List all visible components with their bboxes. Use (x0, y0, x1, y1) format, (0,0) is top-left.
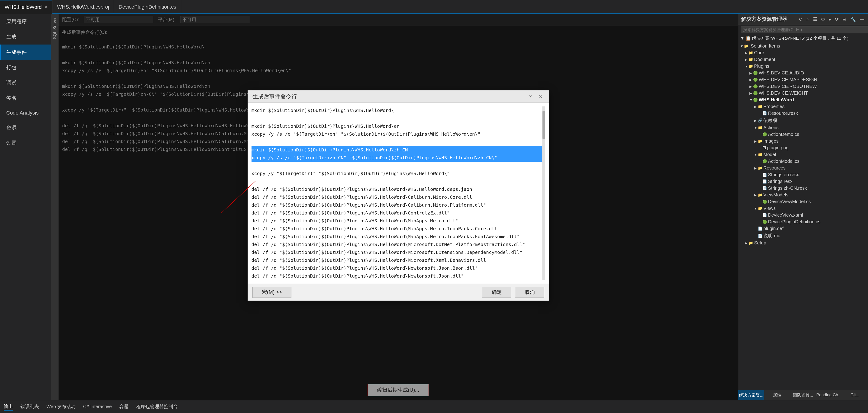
tree-item[interactable]: ▶📁Core (738, 50, 868, 56)
tree-item[interactable]: ▶📁Properties (738, 103, 868, 110)
tree-item[interactable]: 🟢DeviceViewModel.cs (738, 198, 868, 205)
solution-label: 解决方案"WHS-RAY-NET5"(12 个项目，共 12 个) (752, 35, 848, 41)
modal-footer: 宏(M) >> 确定 取消 (248, 284, 549, 300)
tree-item[interactable]: 📄Strings.en.resx (738, 171, 868, 178)
modal-line: del /f /q "$(SolutionDir)$(OutDir)Plugin… (251, 209, 542, 217)
tree-item[interactable]: ▶🟢WHS.DEVICE.ROBOTNEW (738, 83, 868, 90)
solution-search-input[interactable] (741, 26, 868, 33)
modal-text-area[interactable]: mkdir $(SolutionDir)$(OutDir)Plugins\WHS… (251, 106, 542, 280)
tab-git[interactable]: Git... (842, 390, 868, 400)
nav-resource[interactable]: 资源 (0, 120, 51, 135)
tree-item[interactable]: ▼📁Actions (738, 124, 868, 131)
filter-icon[interactable]: ☰ (812, 16, 818, 23)
tree-label: Document (754, 57, 775, 62)
tab-close-icon[interactable]: ✕ (44, 5, 48, 10)
modal-line: xcopy /y /s /e "$(TargetDir)en" "$(Solut… (251, 130, 542, 138)
tree-label: Plugins (754, 64, 769, 69)
confirm-button[interactable]: 确定 (482, 287, 512, 298)
bottom-tab-csharp[interactable]: C# Interactive (83, 403, 112, 410)
modal-help-icon[interactable]: ? (527, 93, 533, 100)
nav-pack[interactable]: 打包 (0, 60, 51, 75)
nav-build[interactable]: 生成 (0, 29, 51, 44)
tree-item[interactable]: 📄Resource.resx (738, 110, 868, 117)
cancel-button[interactable]: 取消 (515, 287, 544, 298)
bottom-tab-errors[interactable]: 错误列表 (21, 403, 39, 411)
tree-icon: 📁 (748, 51, 753, 55)
pin-icon[interactable]: — (859, 16, 865, 23)
tab-deviceplugin[interactable]: DevicePluginDefinition.cs (114, 0, 181, 14)
tab-csproj[interactable]: WHS.HelloWord.csproj (53, 0, 114, 14)
modal-line (251, 114, 542, 122)
tree-label: Properties (763, 104, 784, 109)
nav-sign[interactable]: 签名 (0, 90, 51, 106)
tree-item[interactable]: ▼📁Views (738, 205, 868, 212)
tree-item[interactable]: ▶🟢WHS.DEVICE.WEIGHT (738, 90, 868, 96)
modal-line: xcopy /y "$(TargetDir)" "$(SolutionDir)$… (251, 169, 542, 178)
right-panel: 解决方案资源管理器 ↺ ⌂ ☰ ⚙ ▸ ⟳ ⊟ 🔧 — ▼ 📋 解决方案"WHS… (738, 14, 868, 400)
modal-scrollbar[interactable] (542, 106, 545, 280)
modal-title: 生成后事件命令行 (252, 93, 297, 100)
collapse-icon[interactable]: ⊟ (842, 16, 847, 23)
modal-close-icon[interactable]: ✕ (536, 93, 544, 100)
tree-label: WHS.DEVICE.WEIGHT (759, 90, 808, 96)
tree-item[interactable]: 🟢DevicePluginDefinition.cs (738, 218, 868, 225)
home-icon[interactable]: ⌂ (806, 16, 810, 23)
nav-debug[interactable]: 调试 (0, 75, 51, 90)
tree-label: plugin.png (767, 145, 788, 151)
settings-icon[interactable]: ⚙ (820, 16, 826, 23)
tree-label: plugin.def (763, 226, 783, 231)
modal-body[interactable]: mkdir $(SolutionDir)$(OutDir)Plugins\WHS… (248, 103, 549, 284)
macro-button[interactable]: 宏(M) >> (252, 287, 292, 298)
bottom-tab-package-manager[interactable]: 程序包管理器控制台 (136, 403, 178, 411)
tab-solution-explorer[interactable]: 解决方案资... (738, 390, 764, 400)
tree-label: Core (754, 50, 764, 56)
nav-code-analysis[interactable]: Code Analysis (0, 106, 51, 120)
tree-item[interactable]: 🟢ActionDemo.cs (738, 131, 868, 138)
sync-icon[interactable]: ↺ (798, 16, 804, 23)
tab-label: WHS.HelloWord.csproj (57, 4, 109, 10)
tree-item[interactable]: ▶🔗依赖项 (738, 117, 868, 124)
wrench-icon[interactable]: 🔧 (849, 16, 857, 23)
tree-item[interactable]: ▶🟢WHS.DEVICE.MAPDESIGN (738, 76, 868, 83)
tree-item[interactable]: 📄Strings.resx (738, 178, 868, 185)
solution-root[interactable]: ▼ 📋 解决方案"WHS-RAY-NET5"(12 个项目，共 12 个) (738, 35, 868, 42)
tree-item[interactable]: 📄说明.md (738, 232, 868, 240)
tree-item[interactable]: ▼📁.Solution Items (738, 43, 868, 50)
tree-item[interactable]: ▼🟢WHS.HelloWord (738, 96, 868, 103)
sql-server-tab[interactable]: SQL Server 对象资源管理器 (52, 14, 58, 41)
tree-item[interactable]: 📄plugin.def (738, 225, 868, 232)
bottom-tab-container[interactable]: 容器 (119, 403, 128, 411)
tab-whs-helloword[interactable]: WHS.HelloWord ✕ (0, 0, 53, 14)
tree-item[interactable]: 📄DeviceView.xaml (738, 212, 868, 218)
tree-icon: 🟢 (753, 91, 758, 95)
tab-pending[interactable]: Pending Ch... (816, 390, 842, 400)
tree-item[interactable]: 🟢ActionModel.cs (738, 158, 868, 165)
tree-item[interactable]: 🖼plugin.png (738, 145, 868, 151)
tree-icon: 📄 (763, 172, 767, 177)
nav-app[interactable]: 应用程序 (0, 14, 51, 29)
tree-label: WHS.DEVICE.ROBOTNEW (759, 84, 817, 89)
bottom-tab-publish[interactable]: Web 发布活动 (46, 403, 75, 411)
refresh-icon[interactable]: ⟳ (834, 16, 840, 23)
tree-item[interactable]: ▶📁ViewModels (738, 192, 868, 198)
nav-settings[interactable]: 设置 (0, 135, 51, 151)
tree-label: DevicePluginDefinition.cs (768, 219, 820, 224)
tree-item[interactable]: ▶📁Document (738, 56, 868, 63)
nav-build-events[interactable]: 生成事件 (0, 44, 51, 60)
tree-item[interactable]: ▶📁Setup (738, 240, 868, 246)
tab-properties[interactable]: 属性 (764, 390, 790, 400)
modal-line (251, 138, 542, 146)
tree-item[interactable]: ▼📁Model (738, 151, 868, 158)
bottom-tab-output[interactable]: 输出 (4, 402, 13, 411)
modal-scrollbar-thumb[interactable] (542, 111, 545, 139)
tree-item[interactable]: ▶🟢WHS.DEVICE.AUDIO (738, 70, 868, 76)
more-icon[interactable]: ▸ (828, 16, 832, 23)
tree-label: DeviceViewModel.cs (768, 199, 811, 204)
tree-arrow-icon: ▶ (745, 241, 748, 245)
tree-item[interactable]: ▼📁Plugins (738, 63, 868, 70)
tree-icon: 📄 (763, 213, 767, 217)
tree-item[interactable]: ▶📁Images (738, 138, 868, 145)
tab-team[interactable]: 团队资管... (790, 390, 816, 400)
tree-item[interactable]: 📄Strings.zh-CN.resx (738, 185, 868, 192)
tree-item[interactable]: ▶📁Resources (738, 165, 868, 171)
